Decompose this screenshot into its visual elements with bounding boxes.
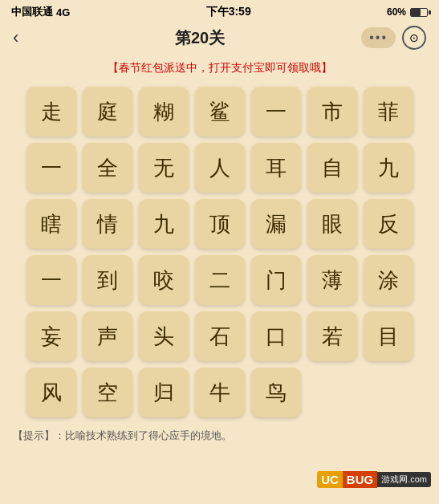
watermark-uc: UC [317, 471, 343, 488]
grid-cell-3-5[interactable]: 薄 [307, 255, 357, 305]
network-label: 4G [56, 6, 70, 18]
grid-row-3: 一到咬二门薄涂 [11, 255, 428, 305]
watermark-bug: BUG [343, 471, 377, 488]
grid-cell-2-4[interactable]: 漏 [251, 199, 301, 249]
more-button[interactable]: ••• [361, 27, 396, 48]
battery-icon [410, 8, 428, 17]
grid-row-0: 走庭糊鲨一市菲 [11, 87, 428, 136]
status-bar: 中国联通 4G 下午3:59 60% [0, 0, 439, 22]
promo-banner: 【春节红包派送中，打开支付宝即可领取哦】 [0, 56, 439, 80]
grid-cell-3-4[interactable]: 门 [251, 255, 301, 305]
grid-cell-5-3[interactable]: 牛 [195, 368, 245, 417]
grid-cell-2-1[interactable]: 情 [83, 199, 132, 249]
time-label: 下午3:59 [206, 5, 251, 19]
grid-cell-1-0[interactable]: 一 [26, 143, 76, 193]
grid-cell-5-1[interactable]: 空 [83, 368, 132, 417]
grid-cell-3-6[interactable]: 涂 [364, 255, 413, 305]
grid-cell-4-2[interactable]: 头 [139, 311, 189, 361]
grid-cell-3-2[interactable]: 咬 [139, 255, 189, 305]
grid-cell-4-3[interactable]: 石 [195, 311, 245, 361]
grid-cell-0-3[interactable]: 鲨 [195, 87, 245, 136]
grid-cell-2-5[interactable]: 眼 [307, 199, 357, 249]
grid-cell-0-4[interactable]: 一 [251, 87, 301, 136]
grid-cell-0-2[interactable]: 糊 [139, 87, 189, 136]
grid-cell-5-5 [307, 368, 357, 417]
grid-cell-2-2[interactable]: 九 [139, 199, 189, 249]
grid-cell-4-0[interactable]: 妄 [26, 311, 76, 361]
character-grid: 走庭糊鲨一市菲一全无人耳自九瞎情九顶漏眼反一到咬二门薄涂妄声头石口若目风空归牛鸟 [0, 80, 439, 424]
grid-cell-1-6[interactable]: 九 [364, 143, 413, 193]
status-right: 60% [387, 6, 428, 18]
grid-cell-0-6[interactable]: 菲 [364, 87, 413, 136]
battery-fill [411, 9, 421, 16]
grid-cell-2-3[interactable]: 顶 [195, 199, 245, 249]
grid-cell-5-2[interactable]: 归 [139, 368, 189, 417]
grid-cell-3-1[interactable]: 到 [83, 255, 132, 305]
grid-cell-5-0[interactable]: 风 [26, 368, 76, 417]
carrier-label: 中国联通 [11, 5, 53, 19]
watermark-site: 游戏网.com [377, 472, 431, 487]
grid-cell-5-4[interactable]: 鸟 [251, 368, 301, 417]
page-title: 第20关 [175, 27, 225, 49]
grid-row-2: 瞎情九顶漏眼反 [11, 199, 428, 249]
grid-cell-1-1[interactable]: 全 [83, 143, 132, 193]
grid-cell-1-4[interactable]: 耳 [251, 143, 301, 193]
grid-cell-1-5[interactable]: 自 [307, 143, 357, 193]
hint-text: 【提示】：比喻技术熟练到了得心应手的境地。 [0, 424, 439, 448]
grid-row-5: 风空归牛鸟 [11, 368, 428, 417]
grid-cell-0-0[interactable]: 走 [26, 87, 76, 136]
grid-row-4: 妄声头石口若目 [11, 311, 428, 361]
grid-cell-2-6[interactable]: 反 [364, 199, 413, 249]
grid-cell-0-5[interactable]: 市 [307, 87, 357, 136]
status-left: 中国联通 4G [11, 5, 70, 19]
back-button[interactable]: ‹ [13, 27, 39, 48]
battery-percent: 60% [387, 6, 406, 18]
grid-cell-1-3[interactable]: 人 [195, 143, 245, 193]
grid-cell-2-0[interactable]: 瞎 [26, 199, 76, 249]
grid-row-1: 一全无人耳自九 [11, 143, 428, 193]
grid-cell-0-1[interactable]: 庭 [83, 87, 132, 136]
grid-cell-4-1[interactable]: 声 [83, 311, 132, 361]
watermark: UC BUG 游戏网.com [317, 471, 431, 488]
grid-cell-4-6[interactable]: 目 [364, 311, 413, 361]
target-button[interactable]: ⊙ [402, 26, 426, 50]
grid-cell-4-4[interactable]: 口 [251, 311, 301, 361]
grid-cell-4-5[interactable]: 若 [307, 311, 357, 361]
nav-bar: ‹ 第20关 ••• ⊙ [0, 22, 439, 56]
grid-cell-5-6 [364, 368, 413, 417]
grid-cell-3-0[interactable]: 一 [26, 255, 76, 305]
grid-cell-3-3[interactable]: 二 [195, 255, 245, 305]
grid-cell-1-2[interactable]: 无 [139, 143, 189, 193]
nav-right-buttons: ••• ⊙ [361, 26, 426, 50]
